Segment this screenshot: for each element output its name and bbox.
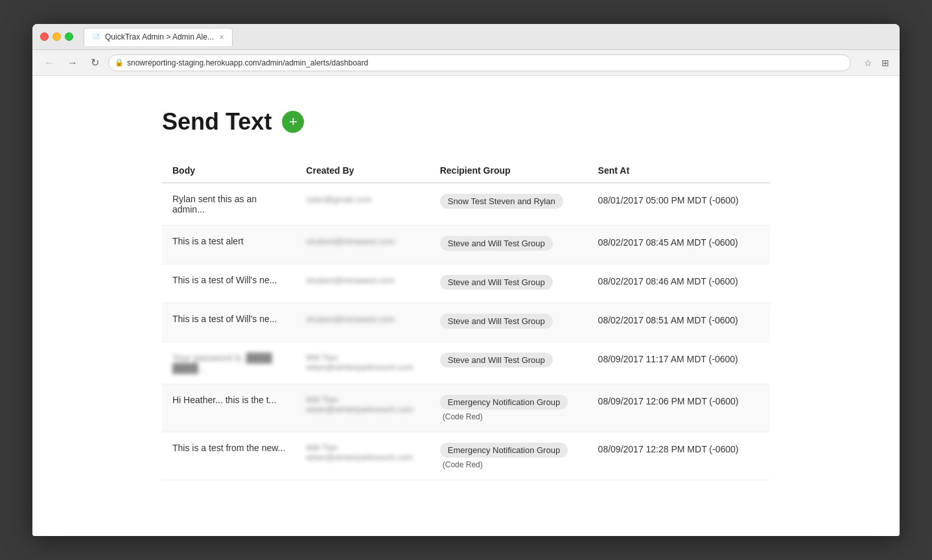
recipient-badge: Steve and Will Test Group — [440, 314, 553, 329]
traffic-lights — [40, 32, 73, 41]
recipient-badge: Steve and Will Test Group — [440, 353, 553, 368]
table-row: This is a test from the new...Will Tianw… — [162, 432, 770, 480]
table-row: Hi Heather... this is the t...Will Tianw… — [162, 384, 770, 432]
recipient-sub: (Code Red) — [440, 460, 577, 469]
cell-body: This is a test alert — [162, 226, 296, 264]
cell-body: Rylan sent this as an admin... — [162, 183, 296, 226]
cell-created-by: shubert@intrawest.com — [296, 226, 429, 264]
table-row: Your password is: ████ ████...Will Tianw… — [162, 342, 770, 384]
cell-sent-at: 08/02/2017 08:45 AM MDT (-0600) — [588, 226, 770, 264]
cell-sent-at: 08/01/2017 05:00 PM MDT (-0600) — [588, 183, 770, 226]
back-button[interactable]: ← — [40, 56, 58, 70]
recipient-sub: (Code Red) — [440, 412, 577, 421]
cell-recipient-group: Steve and Will Test Group — [430, 342, 588, 384]
forward-button[interactable]: → — [64, 56, 82, 70]
cell-recipient-group: Snow Test Steven and Rylan — [430, 183, 588, 226]
col-header-created: Created By — [296, 159, 429, 183]
cell-recipient-group: Steve and Will Test Group — [430, 264, 588, 303]
page-content: Send Text + Body Created By Recipient Gr… — [32, 76, 900, 536]
close-traffic-light[interactable] — [40, 32, 49, 41]
recipient-badge: Snow Test Steven and Rylan — [440, 194, 563, 209]
lock-icon: 🔒 — [115, 58, 124, 67]
cell-recipient-group: Steve and Will Test Group — [430, 303, 588, 342]
cell-created-by: Will Tianwtian@winterparkresort.com — [296, 384, 429, 432]
alerts-table: Body Created By Recipient Group Sent At … — [162, 159, 770, 480]
browser-window: 📄 QuickTrax Admin > Admin Ale... ✕ ← → ↻… — [32, 24, 900, 536]
minimize-traffic-light[interactable] — [52, 32, 61, 41]
cell-sent-at: 08/02/2017 08:46 AM MDT (-0600) — [588, 264, 770, 303]
title-bar: 📄 QuickTrax Admin > Admin Ale... ✕ — [32, 24, 900, 50]
browser-tab[interactable]: 📄 QuickTrax Admin > Admin Ale... ✕ — [84, 28, 233, 46]
nav-icons: ☆ ⊞ — [861, 56, 892, 69]
cell-created-by: rylan@gmail.com — [296, 183, 429, 226]
reload-button[interactable]: ↻ — [87, 55, 103, 70]
table-row: This is a test of Will's ne...shubert@in… — [162, 264, 770, 303]
page-header: Send Text + — [162, 108, 770, 135]
table-row: This is a test alertshubert@intrawest.co… — [162, 226, 770, 264]
table-header: Body Created By Recipient Group Sent At — [162, 159, 770, 183]
cell-created-by: Will Tianwtian@winterparkresort.com — [296, 432, 429, 480]
cell-created-by: Will Tianwtian@winterparkresort.com — [296, 342, 429, 384]
recipient-badge: Emergency Notification Group — [440, 443, 568, 458]
cell-body: This is a test of Will's ne... — [162, 303, 296, 342]
cell-body: Hi Heather... this is the t... — [162, 384, 296, 432]
cell-created-by: shubert@intrawest.com — [296, 264, 429, 303]
col-header-recipient: Recipient Group — [430, 159, 588, 183]
bookmark-icon[interactable]: ☆ — [861, 56, 875, 69]
cell-sent-at: 08/09/2017 12:28 PM MDT (-0600) — [588, 432, 770, 480]
col-header-sent: Sent At — [588, 159, 770, 183]
tab-favicon: 📄 — [92, 34, 100, 41]
recipient-badge: Steve and Will Test Group — [440, 236, 553, 251]
cell-body: Your password is: ████ ████... — [162, 342, 296, 384]
cell-recipient-group: Steve and Will Test Group — [430, 226, 588, 264]
fullscreen-traffic-light[interactable] — [65, 32, 73, 41]
cell-recipient-group: Emergency Notification Group(Code Red) — [430, 384, 588, 432]
table-row: Rylan sent this as an admin...rylan@gmai… — [162, 183, 770, 226]
table-body: Rylan sent this as an admin...rylan@gmai… — [162, 183, 770, 480]
col-header-body: Body — [162, 159, 296, 183]
tab-close-button[interactable]: ✕ — [219, 34, 224, 41]
cell-sent-at: 08/09/2017 11:17 AM MDT (-0600) — [588, 342, 770, 384]
tab-title: QuickTrax Admin > Admin Ale... — [105, 32, 214, 41]
nav-bar: ← → ↻ 🔒 ☆ ⊞ — [32, 50, 900, 76]
recipient-badge: Emergency Notification Group — [440, 395, 568, 410]
cell-created-by: shubert@intrawest.com — [296, 303, 429, 342]
page-title: Send Text — [162, 108, 272, 135]
plus-icon: + — [289, 115, 297, 129]
address-bar[interactable] — [108, 54, 851, 71]
table-row: This is a test of Will's ne...shubert@in… — [162, 303, 770, 342]
cell-body: This is a test of Will's ne... — [162, 264, 296, 303]
cell-sent-at: 08/02/2017 08:51 AM MDT (-0600) — [588, 303, 770, 342]
add-alert-button[interactable]: + — [282, 111, 304, 133]
recipient-badge: Steve and Will Test Group — [440, 275, 553, 290]
cell-body: This is a test from the new... — [162, 432, 296, 480]
address-bar-wrapper: 🔒 — [108, 54, 851, 71]
cell-recipient-group: Emergency Notification Group(Code Red) — [430, 432, 588, 480]
cell-sent-at: 08/09/2017 12:06 PM MDT (-0600) — [588, 384, 770, 432]
extension-icon[interactable]: ⊞ — [879, 56, 892, 69]
